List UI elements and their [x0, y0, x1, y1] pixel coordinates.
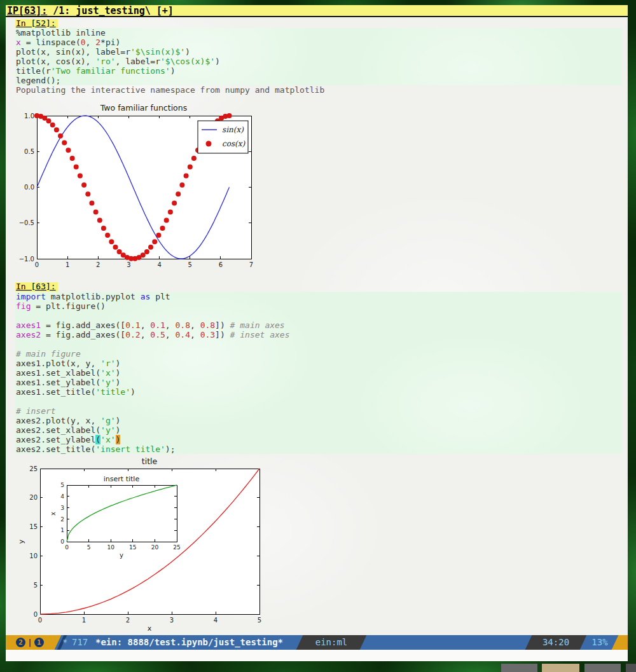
figure-2-plot: 0123450510152025titlexy0510152025012345i… [16, 456, 283, 633]
svg-text:4: 4 [60, 493, 64, 500]
svg-text:20: 20 [29, 494, 38, 501]
cell-2-code[interactable]: import matplotlib.pyplot as pltfig = plt… [15, 292, 622, 454]
notebook-prompt: IP[63]: [7, 5, 47, 17]
figure-1: 01234567−1.0−0.50.00.51.0Two familiar fu… [16, 102, 270, 275]
svg-text:insert title: insert title [104, 475, 140, 483]
workspace-indicators: 2 | 1 [16, 638, 44, 647]
workspace-divider: | [27, 638, 32, 647]
new-tab-button[interactable]: [+] [156, 5, 174, 17]
buffer-name[interactable]: *ein: 8888/test.ipynb/just_testing* [95, 635, 283, 650]
svg-text:0: 0 [35, 261, 39, 268]
cell-1-output: Populating the interactive namespace fro… [16, 85, 324, 95]
svg-text:4: 4 [157, 261, 161, 268]
svg-text:5: 5 [34, 582, 38, 589]
svg-text:x: x [148, 624, 152, 633]
svg-text:25: 25 [29, 465, 38, 472]
svg-text:2: 2 [96, 261, 100, 268]
svg-text:y: y [17, 539, 25, 544]
svg-text:2: 2 [60, 516, 64, 523]
svg-text:2: 2 [126, 617, 130, 624]
mode-line: 2 | 1 * 717 *ein: 8888/test.ipynb/just_t… [6, 635, 628, 650]
background-window-sliver[interactable] [584, 664, 621, 672]
major-mode[interactable]: ein:ml [300, 635, 363, 650]
svg-text:−0.5: −0.5 [19, 219, 34, 226]
modified-indicator: * [62, 635, 67, 650]
svg-text:10: 10 [29, 552, 38, 559]
svg-text:5: 5 [60, 482, 64, 488]
background-window-sliver[interactable] [626, 664, 636, 672]
figure-2: 0123450510152025titlexy0510152025012345i… [16, 456, 283, 633]
svg-text:0: 0 [65, 544, 69, 551]
svg-text:1: 1 [82, 617, 86, 624]
svg-text:0.5: 0.5 [24, 148, 34, 155]
background-window-sliver[interactable] [501, 664, 537, 672]
buffer-position: 717 [72, 635, 88, 650]
svg-text:0: 0 [34, 611, 38, 618]
clock: 34:20 [529, 635, 583, 650]
svg-text:3: 3 [170, 617, 174, 624]
cell-1-code[interactable]: %matplotlib inlinex = linspace(0, 2*pi)p… [15, 28, 622, 85]
svg-text:7: 7 [249, 261, 253, 268]
workspace-2-badge[interactable]: 2 [16, 638, 25, 647]
svg-text:15: 15 [129, 544, 136, 551]
background-window-sliver[interactable] [542, 664, 579, 672]
svg-text:x: x [50, 512, 57, 516]
svg-text:20: 20 [151, 544, 159, 551]
svg-text:5: 5 [258, 617, 261, 624]
battery-percent: 13% [582, 635, 618, 650]
notebook-tab[interactable]: /1: just_testing\ [53, 5, 151, 17]
header-line: IP[63]:/1: just_testing\[+] [6, 5, 628, 17]
svg-text:6: 6 [219, 261, 223, 268]
svg-text:5: 5 [188, 261, 192, 268]
svg-text:0.0: 0.0 [24, 184, 34, 191]
figure-1-plot: 01234567−1.0−0.50.00.51.0Two familiar fu… [16, 102, 270, 275]
echo-area[interactable] [6, 650, 628, 661]
svg-text:1: 1 [60, 527, 64, 533]
svg-text:0: 0 [38, 617, 42, 624]
svg-text:Two familiar functions: Two familiar functions [100, 103, 187, 113]
svg-text:5: 5 [87, 544, 91, 551]
svg-text:title: title [142, 456, 158, 466]
emacs-frame: IP[63]:/1: just_testing\[+] In [52]: %ma… [6, 5, 628, 661]
svg-text:cos(x): cos(x) [222, 139, 246, 148]
svg-text:y: y [120, 552, 123, 559]
svg-text:1.0: 1.0 [24, 113, 34, 120]
svg-text:1: 1 [66, 261, 69, 268]
svg-text:15: 15 [29, 523, 38, 530]
svg-text:3: 3 [127, 261, 130, 268]
svg-text:3: 3 [60, 505, 64, 511]
svg-text:−1.0: −1.0 [19, 256, 34, 263]
svg-text:0: 0 [60, 538, 64, 545]
svg-text:4: 4 [214, 617, 218, 624]
cell-1-prompt[interactable]: In [52]: [15, 19, 58, 29]
cell-2-prompt[interactable]: In [63]: [15, 282, 58, 292]
svg-text:sin(x): sin(x) [222, 125, 244, 134]
workspace-1-badge[interactable]: 1 [34, 638, 44, 647]
svg-text:10: 10 [107, 544, 114, 551]
svg-text:25: 25 [173, 544, 180, 551]
